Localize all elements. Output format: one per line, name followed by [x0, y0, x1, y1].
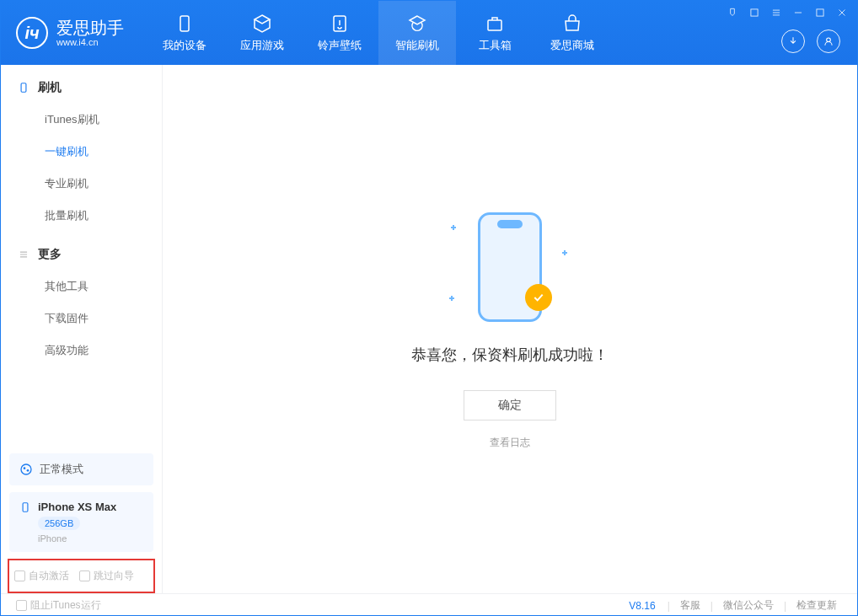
svg-point-9	[27, 469, 29, 472]
menu-icon[interactable]	[770, 6, 783, 19]
sidebar-group-flash: 刷机	[1, 65, 162, 104]
skin-icon[interactable]	[748, 6, 761, 19]
footer-link-update[interactable]: 检查更新	[791, 598, 842, 613]
footer-link-support[interactable]: 客服	[675, 598, 705, 613]
version-label: V8.16	[629, 600, 655, 612]
refresh-icon	[406, 13, 428, 35]
confirm-button[interactable]: 确定	[464, 390, 556, 420]
group-title: 刷机	[38, 80, 62, 95]
view-log-link[interactable]: 查看日志	[490, 436, 530, 450]
toolbox-icon	[484, 13, 506, 35]
phone-icon	[18, 82, 29, 94]
nav-toolbox[interactable]: 工具箱	[456, 1, 534, 65]
device-capacity: 256GB	[38, 517, 80, 530]
nav-store[interactable]: 爱思商城	[534, 1, 611, 65]
maximize-icon[interactable]	[813, 6, 827, 19]
device-icon	[19, 501, 31, 513]
footer-left: 阻止iTunes运行	[16, 598, 101, 613]
list-icon	[18, 249, 29, 260]
logo-text-block: 爱思助手 www.i4.cn	[56, 19, 124, 47]
svg-rect-0	[180, 16, 189, 31]
checkbox-box	[16, 600, 27, 611]
svg-point-7	[21, 464, 31, 474]
footer: 阻止iTunes运行 V8.16 | 客服 | 微信公众号 | 检查更新	[1, 593, 857, 616]
sidebar-item-other-tools[interactable]: 其他工具	[1, 271, 162, 303]
checkbox-label: 阻止iTunes运行	[30, 598, 101, 613]
checkbox-label: 自动激活	[29, 569, 69, 583]
nav-my-device[interactable]: 我的设备	[146, 1, 223, 65]
close-icon[interactable]	[835, 6, 849, 19]
success-illustration	[442, 208, 577, 326]
download-button[interactable]	[781, 29, 805, 53]
separator: |	[784, 600, 786, 612]
group-title: 更多	[38, 247, 62, 262]
nav-label: 智能刷机	[395, 38, 439, 53]
nav-flash[interactable]: 智能刷机	[378, 1, 456, 65]
footer-right: V8.16 | 客服 | 微信公众号 | 检查更新	[629, 598, 842, 613]
checkbox-label: 跳过向导	[94, 569, 134, 583]
checkbox-row: 自动激活 跳过向导	[8, 559, 155, 593]
separator: |	[668, 600, 670, 612]
sparkle-icon	[562, 250, 567, 255]
checkbox-skip-guide[interactable]: 跳过向导	[79, 569, 134, 583]
shop-icon	[561, 13, 583, 35]
status-label: 正常模式	[40, 462, 83, 477]
sparkle-icon	[451, 225, 456, 230]
sparkle-icon	[449, 296, 454, 301]
main-content: 恭喜您，保资料刷机成功啦！ 确定 查看日志	[163, 65, 857, 593]
window-controls	[726, 6, 849, 19]
sidebar-item-pro-flash[interactable]: 专业刷机	[1, 168, 162, 200]
logo-area: iч 爱思助手 www.i4.cn	[1, 1, 139, 65]
device-info[interactable]: iPhone XS Max 256GB iPhone	[9, 492, 153, 552]
feedback-icon[interactable]	[726, 6, 739, 19]
sidebar-item-oneclick-flash[interactable]: 一键刷机	[1, 136, 162, 168]
checkbox-block-itunes[interactable]: 阻止iTunes运行	[16, 598, 101, 613]
svg-rect-6	[21, 83, 26, 93]
minimize-icon[interactable]	[791, 6, 805, 19]
sidebar-item-batch-flash[interactable]: 批量刷机	[1, 200, 162, 232]
sidebar-item-itunes-flash[interactable]: iTunes刷机	[1, 104, 162, 136]
checkbox-auto-activate[interactable]: 自动激活	[14, 569, 69, 583]
svg-rect-3	[751, 9, 758, 16]
svg-rect-10	[23, 502, 28, 512]
device-icon	[174, 13, 196, 35]
svg-rect-4	[817, 9, 823, 16]
header-actions	[781, 29, 840, 53]
top-nav: 我的设备 应用游戏 铃声壁纸 智能刷机 工具箱 爱思商城	[146, 1, 611, 65]
music-icon	[329, 13, 351, 35]
nav-label: 爱思商城	[550, 38, 594, 53]
sidebar-item-advanced[interactable]: 高级功能	[1, 335, 162, 367]
body: 刷机 iTunes刷机 一键刷机 专业刷机 批量刷机 更多 其他工具 下载固件 …	[1, 65, 857, 593]
sidebar: 刷机 iTunes刷机 一键刷机 专业刷机 批量刷机 更多 其他工具 下载固件 …	[1, 65, 163, 593]
checkbox-box	[79, 570, 90, 581]
svg-rect-2	[488, 20, 501, 30]
device-name: iPhone XS Max	[38, 501, 116, 513]
device-name-row: iPhone XS Max	[19, 501, 116, 513]
app-title: 爱思助手	[56, 19, 124, 37]
cube-icon	[251, 13, 273, 35]
status-icon	[19, 463, 33, 476]
header: iч 爱思助手 www.i4.cn 我的设备 应用游戏 铃声壁纸 智能刷机 工具…	[1, 1, 857, 65]
success-message: 恭喜您，保资料刷机成功啦！	[411, 345, 609, 365]
nav-label: 应用游戏	[240, 38, 284, 53]
check-badge-icon	[525, 284, 552, 311]
device-status[interactable]: 正常模式	[9, 453, 153, 485]
svg-point-8	[24, 467, 26, 469]
profile-button[interactable]	[817, 29, 840, 53]
logo-icon: iч	[16, 17, 48, 49]
checkbox-box	[14, 570, 25, 581]
device-panel: 正常模式 iPhone XS Max 256GB iPhone 自动激活 跳过向…	[1, 445, 162, 593]
sidebar-item-download-firmware[interactable]: 下载固件	[1, 303, 162, 335]
svg-point-5	[827, 38, 831, 42]
app-subtitle: www.i4.cn	[56, 37, 124, 47]
nav-ringtones[interactable]: 铃声壁纸	[301, 1, 378, 65]
nav-label: 我的设备	[163, 38, 206, 53]
separator: |	[711, 600, 713, 612]
nav-label: 铃声壁纸	[318, 38, 362, 53]
nav-apps[interactable]: 应用游戏	[223, 1, 301, 65]
nav-label: 工具箱	[479, 38, 512, 53]
device-type: iPhone	[38, 533, 67, 544]
footer-link-wechat[interactable]: 微信公众号	[718, 598, 779, 613]
sidebar-group-more: 更多	[1, 232, 162, 271]
